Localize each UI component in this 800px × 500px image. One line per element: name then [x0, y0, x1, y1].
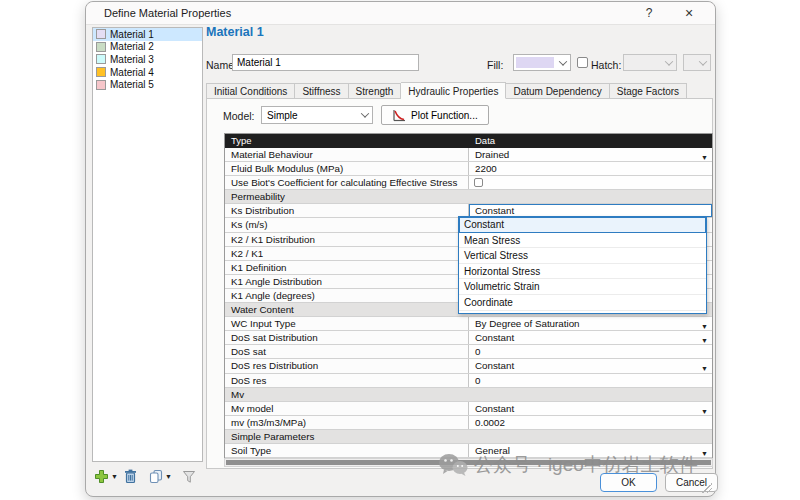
property-value: 0.0002 — [475, 417, 505, 428]
property-value-cell[interactable]: Constant▼ — [469, 402, 712, 415]
property-value-cell[interactable] — [469, 176, 712, 189]
define-material-properties-dialog: Define Material Properties ? × Material … — [85, 1, 716, 497]
biot-coefficient-checkbox[interactable] — [474, 178, 483, 187]
property-name-cell: Material Behaviour — [225, 148, 469, 161]
copy-material-icon — [149, 469, 163, 484]
material-name-label: Material 3 — [110, 54, 154, 65]
section-label: Simple Parameters — [225, 430, 712, 443]
property-row: Material BehaviourDrained▼ — [225, 148, 712, 162]
property-name-cell: Soil Type — [225, 444, 469, 457]
property-name-cell: K1 Angle Distribution — [225, 275, 469, 288]
dropdown-option[interactable]: Constant — [459, 217, 706, 233]
property-value: 0 — [475, 346, 480, 357]
material-list-item[interactable]: Material 4 — [93, 66, 202, 79]
material-list-item[interactable]: Material 1 — [93, 28, 202, 41]
property-value: 0 — [475, 375, 480, 386]
material-list-item[interactable]: Material 3 — [93, 53, 202, 66]
fill-color-select[interactable] — [513, 54, 571, 71]
section-label: Mv — [225, 388, 712, 401]
property-value: By Degree of Saturation — [475, 318, 580, 329]
ok-button[interactable]: OK — [600, 473, 657, 492]
property-row: Soil TypeGeneral▼ — [225, 444, 712, 458]
chevron-down-icon — [556, 55, 570, 70]
property-name-cell: Mv model — [225, 402, 469, 415]
dropdown-option[interactable]: Mean Stress — [459, 233, 706, 249]
dropdown-option[interactable]: Vertical Stress — [459, 248, 706, 264]
delete-material-button[interactable] — [124, 469, 137, 484]
property-value: 2200 — [475, 163, 497, 174]
property-value-cell[interactable]: 2200 — [469, 162, 712, 175]
model-select[interactable]: Simple — [261, 106, 373, 124]
tab-datum-dependency[interactable]: Datum Dependency — [506, 83, 609, 99]
property-value-cell[interactable]: 0 — [469, 345, 712, 358]
material-name-label: Material 5 — [110, 79, 154, 90]
property-name-cell: DoS sat — [225, 345, 469, 358]
table-header-type: Type — [225, 134, 469, 148]
scrollbar-thumb[interactable] — [226, 460, 711, 465]
property-value-cell[interactable]: General▼ — [469, 444, 712, 457]
plot-function-label: Plot Function... — [411, 110, 478, 121]
property-name-cell: Ks (m/s) — [225, 218, 469, 231]
model-select-value: Simple — [262, 110, 358, 121]
property-name-cell: K1 Angle (degrees) — [225, 289, 469, 302]
property-value-cell[interactable]: Constant▼ — [469, 359, 712, 372]
fill-color-swatch — [516, 57, 554, 68]
dropdown-option[interactable]: Volumetric Strain — [459, 279, 706, 295]
material-name-label: Material 4 — [110, 67, 154, 78]
help-button[interactable]: ? — [635, 4, 663, 23]
close-button[interactable]: × — [675, 4, 703, 23]
property-row: Mv modelConstant▼ — [225, 402, 712, 416]
plot-curve-icon — [392, 109, 406, 122]
property-value-cell[interactable]: Constant▼ — [469, 331, 712, 344]
property-name-cell: DoS sat Distribution — [225, 331, 469, 344]
model-label: Model: — [223, 110, 255, 122]
tab-initial-conditions[interactable]: Initial Conditions — [206, 83, 295, 99]
property-section-row: Mv — [225, 388, 712, 402]
tab-strength[interactable]: Strength — [349, 83, 402, 99]
material-name-input[interactable] — [232, 54, 419, 71]
property-name-cell: Ks Distribution — [225, 204, 469, 217]
copy-material-button[interactable]: ▼ — [149, 469, 172, 484]
chevron-down-icon — [662, 55, 676, 70]
property-value-cell[interactable]: 0.0002 — [469, 416, 712, 429]
filter-icon — [182, 470, 196, 484]
tab-hydraulic-properties[interactable]: Hydraulic Properties — [401, 82, 506, 99]
horizontal-scrollbar[interactable] — [224, 458, 713, 467]
combobox-value: Constant — [470, 205, 711, 216]
table-header-row: TypeData — [225, 134, 712, 148]
property-section-row: Simple Parameters — [225, 430, 712, 444]
property-value-cell[interactable]: By Degree of Saturation▼ — [469, 317, 712, 330]
material-list-item[interactable]: Material 5 — [93, 78, 202, 91]
dropdown-option[interactable]: Horizontal Stress — [459, 264, 706, 280]
ks-distribution-dropdown-list: ConstantMean StressVertical StressHorizo… — [458, 216, 707, 314]
property-row: DoS res DistributionConstant▼ — [225, 359, 712, 373]
tab-stage-factors[interactable]: Stage Factors — [610, 83, 687, 99]
copy-material-caret-icon[interactable]: ▼ — [165, 473, 172, 480]
add-material-button[interactable]: ▼ — [94, 469, 118, 484]
material-toolbar: ▼ ▼ — [94, 469, 196, 484]
property-value-cell[interactable]: 0 — [469, 374, 712, 387]
material-color-swatch — [96, 29, 106, 39]
tab-stiffness[interactable]: Stiffness — [295, 83, 348, 99]
property-row: DoS sat0 — [225, 345, 712, 359]
hatch-checkbox[interactable] — [577, 57, 588, 68]
dropdown-option[interactable]: Coordinate — [459, 295, 706, 311]
selected-material-title: Material 1 — [206, 25, 264, 39]
material-color-swatch — [96, 67, 106, 77]
resize-grip[interactable] — [702, 483, 712, 493]
table-header-data: Data — [469, 134, 712, 148]
property-value: Constant — [475, 403, 514, 414]
property-tabs: Initial ConditionsStiffnessStrengthHydra… — [206, 82, 687, 99]
material-name-label: Material 1 — [110, 29, 154, 40]
filter-material-button[interactable] — [182, 470, 196, 484]
add-material-caret-icon[interactable]: ▼ — [111, 473, 118, 480]
property-name-cell: K2 / K1 Distribution — [225, 233, 469, 246]
plot-function-button[interactable]: Plot Function... — [381, 105, 489, 125]
delete-material-icon — [124, 469, 137, 484]
property-value-cell[interactable]: Drained▼ — [469, 148, 712, 161]
hatch-color-select — [683, 54, 711, 71]
material-color-swatch — [96, 42, 106, 52]
section-label: Permeability — [225, 190, 712, 203]
property-name-cell: K1 Definition — [225, 261, 469, 274]
material-list-item[interactable]: Material 2 — [93, 41, 202, 54]
